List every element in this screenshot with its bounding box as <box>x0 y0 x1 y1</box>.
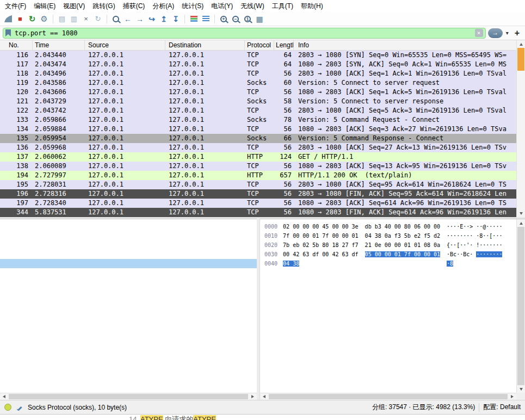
packet-row[interactable]: 118 2.043496 127.0.0.1 127.0.0.1 TCP 56 … <box>0 69 516 78</box>
hex-row[interactable]: 003000 42 63 df 00 42 63 df 05 00 00 01 … <box>264 250 516 259</box>
hex-h-scroll-thumb[interactable] <box>269 394 508 399</box>
scroll-left-arrow[interactable] <box>260 393 268 400</box>
filter-dropdown-caret[interactable]: ▾ <box>505 30 510 36</box>
menu-item[interactable]: 帮助(H) <box>297 0 327 13</box>
capture-comment-icon[interactable] <box>15 403 24 412</box>
hex-row[interactable]: 000002 00 00 00 45 00 00 3e db b3 40 00 … <box>264 222 516 231</box>
column-header[interactable]: Destination <box>165 40 245 50</box>
detail-line[interactable]: >Frame 135: 66 bytes on wire (528 bits),… <box>0 222 257 231</box>
hex-scroll-thumb[interactable] <box>517 227 524 385</box>
menu-item[interactable]: 无线(W) <box>237 0 268 13</box>
scroll-down-arrow[interactable] <box>517 209 525 217</box>
detail-line[interactable]: >Transmission Control Protocol, Src Port… <box>0 250 257 259</box>
go-to-packet-icon[interactable]: ↪ <box>146 13 158 25</box>
packet-row[interactable]: 138 2.060089 127.0.0.1 127.0.0.1 TCP 56 … <box>0 162 516 171</box>
column-header[interactable]: Info <box>294 40 525 50</box>
close-file-icon[interactable]: × <box>80 13 92 25</box>
packet-row[interactable]: 197 2.728340 127.0.0.1 127.0.0.1 TCP 56 … <box>0 199 516 208</box>
hex-row[interactable]: 00107f 00 00 01 7f 00 00 01 04 38 0a f3 … <box>264 231 516 240</box>
apply-filter-button[interactable]: → <box>488 28 503 38</box>
packet-row[interactable]: 133 2.059866 127.0.0.1 127.0.0.1 Socks 7… <box>0 115 516 125</box>
packet-row[interactable]: 196 2.728316 127.0.0.1 127.0.0.1 TCP 56 … <box>0 189 516 199</box>
bookmark-icon[interactable] <box>5 29 11 36</box>
detail-h-scrollbar[interactable] <box>0 393 257 400</box>
menu-item[interactable]: 电话(Y) <box>207 0 237 13</box>
go-top-icon[interactable]: ↥ <box>158 13 170 25</box>
packet-row[interactable]: 117 2.043474 127.0.0.1 127.0.0.1 TCP 64 … <box>0 60 516 69</box>
packet-row[interactable]: 120 2.043606 127.0.0.1 127.0.0.1 TCP 56 … <box>0 88 516 97</box>
capture-restart-icon[interactable]: ↻ <box>26 13 38 25</box>
save-file-icon[interactable]: ▥ <box>68 13 80 25</box>
resize-columns-icon[interactable]: ▦ <box>254 13 265 25</box>
scroll-right-arrow[interactable] <box>508 393 516 400</box>
find-packet-icon[interactable] <box>110 13 122 25</box>
packet-row[interactable]: 119 2.043586 127.0.0.1 127.0.0.1 Socks 6… <box>0 78 516 88</box>
packet-row[interactable]: 122 2.043742 127.0.0.1 127.0.0.1 TCP 56 … <box>0 106 516 115</box>
zoom-100-icon[interactable]: 1 <box>242 13 254 25</box>
packet-row[interactable]: 136 2.059968 127.0.0.1 127.0.0.1 TCP 56 … <box>0 143 516 152</box>
capture-stop-icon[interactable]: ■ <box>14 13 26 25</box>
status-profile[interactable]: 配置: Default <box>483 403 521 412</box>
open-file-icon[interactable]: ▤ <box>56 13 68 25</box>
background-window-strip[interactable]: 14. ATYPE 向请求的ATYPE <box>0 414 525 420</box>
auto-scroll-icon[interactable] <box>200 13 212 25</box>
column-header[interactable]: No. <box>0 40 33 50</box>
detail-line[interactable]: Remote Address: 127.0.0.1 <box>0 305 257 314</box>
hex-v-scrollbar[interactable] <box>516 219 525 393</box>
detail-scroll-thumb[interactable] <box>9 394 248 399</box>
hex-row[interactable]: 004004 38·8 <box>264 259 516 268</box>
hex-h-scrollbar[interactable] <box>260 393 516 400</box>
detail-line[interactable]: Results(V5): Succeeded (0) <box>0 277 257 287</box>
detail-line[interactable]: Reserved: 0 <box>0 287 257 296</box>
capture-options-icon[interactable]: ⚙ <box>38 13 50 25</box>
go-back-icon[interactable]: ← <box>122 13 134 25</box>
packet-list-scroll-thumb[interactable] <box>517 48 524 71</box>
display-filter-input[interactable]: tcp.port == 1080 × <box>3 28 486 39</box>
packet-row[interactable]: 134 2.059884 127.0.0.1 127.0.0.1 TCP 56 … <box>0 125 516 134</box>
packet-row[interactable]: 344 5.837531 127.0.0.1 127.0.0.1 TCP 56 … <box>0 208 516 217</box>
packet-row[interactable]: 194 2.727997 127.0.0.1 127.0.0.1 HTTP 65… <box>0 171 516 180</box>
column-header[interactable]: Time <box>33 40 85 50</box>
column-header[interactable]: Lengtl <box>274 40 294 50</box>
detail-line[interactable]: Version: 5 <box>0 268 257 277</box>
capture-start-icon[interactable] <box>2 13 14 25</box>
menu-item[interactable]: 分析(A) <box>149 0 178 13</box>
menu-item[interactable]: 跳转(G) <box>89 0 119 13</box>
scroll-left-arrow[interactable] <box>0 393 8 400</box>
column-header[interactable]: Source <box>85 40 165 50</box>
menu-item[interactable]: 捕获(C) <box>119 0 149 13</box>
go-forward-icon[interactable]: → <box>134 13 146 25</box>
detail-line[interactable]: ∨Socks Protocol <box>0 259 257 268</box>
clear-filter-icon[interactable]: × <box>475 29 483 37</box>
hex-row[interactable]: 00207b eb 02 5b 80 18 27 f7 21 0e 00 00 … <box>264 240 516 250</box>
scroll-down-arrow[interactable] <box>517 385 525 393</box>
scroll-up-arrow[interactable] <box>517 219 525 227</box>
detail-line[interactable]: Address Type: IPv4 (1) <box>0 296 257 305</box>
detail-line[interactable]: >Internet Protocol Version 4, Src: 127.0… <box>0 240 257 250</box>
menu-item[interactable]: 编辑(E) <box>30 0 59 13</box>
filter-text[interactable]: tcp.port == 1080 <box>15 29 475 37</box>
scroll-up-arrow[interactable] <box>517 40 525 48</box>
zoom-in-icon[interactable]: + <box>218 13 230 25</box>
detail-line[interactable]: Port: 1080 <box>0 314 257 324</box>
add-filter-button[interactable]: + <box>512 28 522 38</box>
packet-list-scrollbar[interactable] <box>516 40 525 217</box>
expert-info-icon[interactable] <box>4 404 11 411</box>
detail-line[interactable]: >Null/Loopback <box>0 231 257 240</box>
scroll-right-arrow[interactable] <box>249 393 257 400</box>
reload-file-icon[interactable]: ↻ <box>92 13 104 25</box>
menu-item[interactable]: 工具(T) <box>268 0 297 13</box>
packet-row[interactable]: 195 2.728031 127.0.0.1 127.0.0.1 TCP 56 … <box>0 180 516 189</box>
packet-row[interactable]: 135 2.059954 127.0.0.1 127.0.0.1 Socks 6… <box>0 134 516 143</box>
zoom-out-icon[interactable]: − <box>230 13 242 25</box>
colorize-icon[interactable] <box>188 13 200 25</box>
menu-item[interactable]: 统计(S) <box>178 0 207 13</box>
packet-row[interactable]: 121 2.043729 127.0.0.1 127.0.0.1 Socks 5… <box>0 97 516 106</box>
column-header[interactable]: Protocol <box>245 40 274 50</box>
packet-info: 1080 → 2803 [ACK] Seq=3 Ack=27 Win=26191… <box>294 125 516 134</box>
packet-row[interactable]: 116 2.043440 127.0.0.1 127.0.0.1 TCP 64 … <box>0 51 516 60</box>
menu-item[interactable]: 文件(F) <box>1 0 30 13</box>
go-bottom-icon[interactable]: ↧ <box>170 13 182 25</box>
packet-row[interactable]: 137 2.060062 127.0.0.1 127.0.0.1 HTTP 12… <box>0 152 516 162</box>
menu-item[interactable]: 视图(V) <box>59 0 89 13</box>
